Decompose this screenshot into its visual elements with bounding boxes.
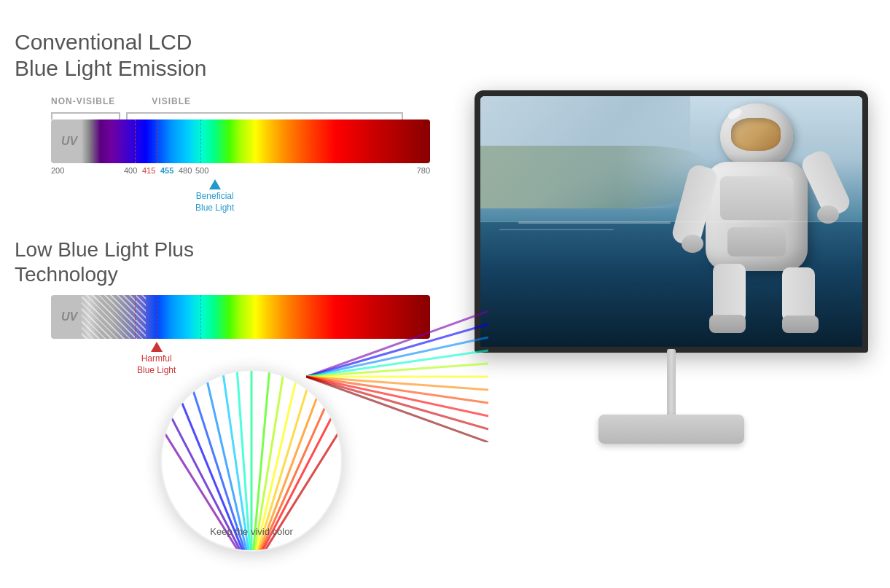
beneficial-marker: Beneficial Blue Light xyxy=(195,179,234,213)
leg-left xyxy=(713,264,746,322)
spectrum-bar-1: UV xyxy=(51,119,430,163)
helmet xyxy=(720,103,793,169)
nm-415: 415 xyxy=(142,166,155,175)
nm-400: 400 xyxy=(124,166,137,175)
chart-1-container: UV xyxy=(15,119,437,163)
uv-label-1: UV xyxy=(61,135,77,148)
screen-divider xyxy=(480,222,862,222)
nonvisible-bracket xyxy=(51,112,120,119)
lbl-title-line2: Technology xyxy=(15,262,437,287)
nm-500: 500 xyxy=(195,166,208,175)
visor xyxy=(731,118,781,151)
nm-scale-1: 200 400 415 455 480 500 780 xyxy=(15,166,437,179)
title-line2: Blue Light Emission xyxy=(15,55,437,82)
vline-red-1 xyxy=(135,119,136,163)
vline-blue-1 xyxy=(200,119,201,163)
lbl-title: Low Blue Light Plus Technology xyxy=(15,238,437,286)
fan-beams xyxy=(160,369,343,552)
chart-2-container: UV xyxy=(15,295,437,339)
wave-2 xyxy=(499,229,614,230)
helmet-reflection xyxy=(726,106,743,120)
monitor-wrapper xyxy=(475,90,868,498)
lbl-title-line1: Low Blue Light Plus xyxy=(15,238,437,262)
monitor-base xyxy=(598,415,744,444)
title-section: Conventional LCD Blue Light Emission xyxy=(15,29,437,82)
nonvisible-label: NON-VISIBLE xyxy=(51,96,115,106)
monitor-neck xyxy=(667,349,676,422)
nm-780: 780 xyxy=(417,166,430,175)
vline-red-4 xyxy=(157,295,157,339)
beneficial-triangle xyxy=(209,179,221,189)
spectrum-bar-2: UV xyxy=(51,295,430,339)
nm-455: 455 xyxy=(160,166,173,175)
right-panel xyxy=(452,0,890,588)
visible-bracket xyxy=(126,112,403,119)
suit-chest xyxy=(720,176,793,220)
main-container: Conventional LCD Blue Light Emission NON… xyxy=(0,0,890,588)
boot-right xyxy=(782,315,819,333)
astronaut-scene xyxy=(480,96,862,347)
uv-label-2: UV xyxy=(61,310,77,324)
svg-line-3 xyxy=(186,369,251,552)
monitor-screen xyxy=(480,96,862,347)
spectrum-gradient-2 xyxy=(51,295,430,339)
harmful-triangle xyxy=(151,342,163,352)
suit-torso xyxy=(706,162,808,271)
leg-right xyxy=(782,267,815,322)
spectrum-gradient-1 xyxy=(51,119,430,163)
monitor-frame xyxy=(475,90,868,353)
suit-lower xyxy=(727,227,786,256)
visible-label: VISIBLE xyxy=(152,96,191,106)
circle-magnifier: Keep the vivid color xyxy=(160,369,343,552)
beneficial-marker-area: Beneficial Blue Light xyxy=(15,179,437,223)
vline-blue-2 xyxy=(200,295,201,339)
glove-left xyxy=(682,235,703,253)
left-panel: Conventional LCD Blue Light Emission NON… xyxy=(0,0,452,588)
title-line1: Conventional LCD xyxy=(15,29,437,55)
keep-vivid-label: Keep the vivid color xyxy=(210,526,292,537)
nm-480: 480 xyxy=(179,166,192,175)
astronaut-figure xyxy=(680,100,840,333)
vline-red-3 xyxy=(135,295,136,339)
scene-land xyxy=(480,146,709,208)
beneficial-label: Beneficial Blue Light xyxy=(195,191,234,213)
spectrum-chart-1: NON-VISIBLE VISIBLE UV xyxy=(15,96,437,223)
nm-200: 200 xyxy=(51,166,64,175)
vline-red-2 xyxy=(157,119,157,163)
boot-left xyxy=(709,315,746,333)
